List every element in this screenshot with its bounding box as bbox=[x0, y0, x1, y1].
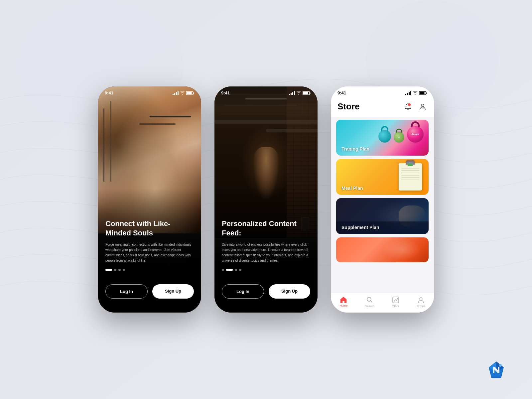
phone-1: 9:41 bbox=[98, 86, 201, 313]
training-plan-label: Traning Plan bbox=[341, 146, 369, 152]
dots-2 bbox=[222, 269, 310, 271]
store-wifi-icon bbox=[413, 91, 418, 95]
supplement-plan-label: Supplement Plan bbox=[341, 225, 379, 230]
user-profile-icon[interactable] bbox=[418, 102, 427, 111]
store-signal-icon bbox=[405, 91, 411, 95]
store-status-bar: 9:41 bbox=[331, 86, 434, 97]
dot-2-3 bbox=[235, 269, 237, 271]
svg-point-11 bbox=[421, 104, 424, 107]
signal-icon-2 bbox=[289, 91, 295, 95]
svg-rect-7 bbox=[303, 92, 308, 94]
phones-container: 9:41 bbox=[0, 0, 532, 399]
store-cards-list: 4 4AQFIT Traning Plan bbox=[331, 117, 434, 293]
signal-icon-1 bbox=[173, 91, 179, 95]
nav-stats[interactable]: Stats bbox=[392, 296, 399, 308]
dot-2-4 bbox=[239, 269, 241, 271]
nav-search[interactable]: Search bbox=[365, 296, 375, 308]
phone-3: 9:41 bbox=[331, 86, 434, 313]
nav-profile-label: Profile bbox=[417, 305, 425, 308]
store-header: Store bbox=[331, 97, 434, 117]
fourth-plan-card[interactable] bbox=[336, 237, 429, 262]
signup-button-1[interactable]: Sign Up bbox=[152, 284, 194, 299]
store-battery-icon bbox=[419, 91, 427, 95]
home-nav-icon bbox=[340, 296, 347, 303]
phone1-title: Connect with Like-Minded Souls bbox=[105, 219, 194, 238]
svg-rect-9 bbox=[420, 92, 425, 94]
store-screen: 9:41 bbox=[331, 86, 434, 313]
nav-stats-label: Stats bbox=[392, 305, 399, 308]
stats-nav-icon bbox=[392, 296, 399, 304]
dot-1-2 bbox=[114, 269, 116, 271]
status-time-2: 9:41 bbox=[221, 90, 230, 95]
store-status-time: 9:41 bbox=[337, 90, 346, 95]
svg-point-10 bbox=[408, 103, 411, 106]
dots-1 bbox=[105, 269, 194, 271]
dot-2-1 bbox=[222, 269, 224, 271]
nav-home[interactable]: Home bbox=[339, 296, 347, 308]
dot-1-4 bbox=[123, 269, 125, 271]
dot-2-2 bbox=[226, 269, 233, 271]
phone-2: 9:41 bbox=[214, 86, 318, 313]
supplement-plan-card[interactable]: Supplement Plan bbox=[336, 198, 429, 234]
nav-profile[interactable]: Profile bbox=[417, 296, 425, 308]
search-nav-icon bbox=[366, 296, 373, 304]
status-time-1: 9:41 bbox=[105, 90, 113, 95]
wifi-icon-2 bbox=[296, 91, 301, 95]
profile-nav-icon bbox=[417, 296, 425, 304]
signup-button-2[interactable]: Sign Up bbox=[269, 284, 310, 299]
svg-point-15 bbox=[420, 298, 422, 300]
phone2-title: Personalized Content Feed: bbox=[222, 219, 310, 238]
notification-bell-icon[interactable] bbox=[403, 102, 413, 111]
phone1-desc: Forge meaningful connections with like-m… bbox=[105, 242, 194, 263]
dot-1-3 bbox=[118, 269, 121, 271]
status-icons-1 bbox=[173, 91, 195, 95]
svg-rect-5 bbox=[187, 92, 192, 94]
battery-icon-1 bbox=[186, 91, 195, 95]
login-button-2[interactable]: Log In bbox=[222, 284, 264, 299]
dot-1-1 bbox=[105, 269, 112, 271]
status-icons-2 bbox=[289, 91, 311, 95]
nav-search-label: Search bbox=[365, 305, 375, 308]
phone2-desc: Dive into a world of endless possibiliti… bbox=[222, 242, 310, 263]
store-status-icons bbox=[405, 91, 427, 95]
svg-point-12 bbox=[367, 297, 371, 301]
meal-plan-label: Meal Plan bbox=[341, 186, 363, 191]
battery-icon-2 bbox=[303, 91, 311, 95]
store-header-icons bbox=[403, 102, 427, 111]
training-plan-card[interactable]: 4 4AQFIT Traning Plan bbox=[336, 120, 429, 156]
svg-point-14 bbox=[397, 298, 398, 299]
store-bottom-nav: Home Search Stats bbox=[331, 293, 434, 313]
wifi-icon-1 bbox=[180, 91, 185, 95]
login-button-1[interactable]: Log In bbox=[105, 284, 148, 299]
meal-plan-card[interactable]: Meal Plan bbox=[336, 159, 429, 195]
nav-home-label: Home bbox=[339, 304, 347, 307]
store-title: Store bbox=[337, 101, 359, 112]
